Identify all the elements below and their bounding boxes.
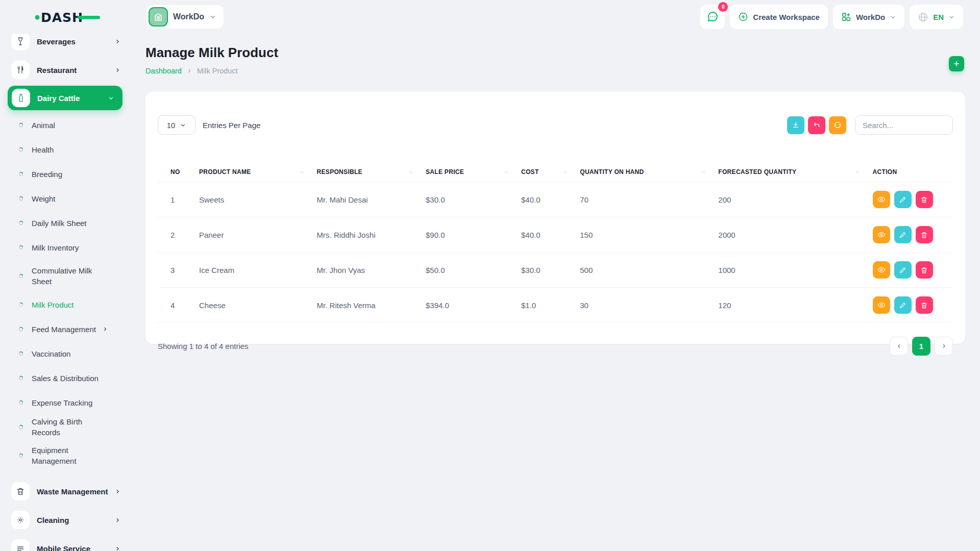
sort-icon[interactable]: ↑↓	[504, 169, 508, 174]
col-product-name[interactable]: PRODUCT NAME↑↓	[199, 163, 317, 182]
trash-icon	[920, 302, 928, 309]
sidebar-subitem-calving-birth-records[interactable]: Calving & Birth Records	[0, 415, 130, 439]
sidebar-subitem-milk-product[interactable]: Milk Product	[0, 292, 130, 317]
sidebar-subitem-commulative-milk-sheet[interactable]: Commulative Milk Sheet	[0, 260, 130, 292]
entries-per-page-label: Entries Per Page	[203, 121, 260, 130]
edit-button[interactable]	[894, 296, 912, 314]
bullet-icon	[18, 375, 23, 381]
sidebar: Beverages Restaurant Dairy Cattle A	[0, 34, 130, 551]
sidebar-item-restaurant[interactable]: Restaurant	[0, 56, 130, 84]
workdo-menu-button[interactable]: WorkDo	[833, 5, 904, 29]
app-logo: DASH	[35, 8, 101, 27]
sidebar-subitem-weight[interactable]: Weight	[0, 186, 130, 211]
dash-logo-icon: DASH	[35, 8, 101, 27]
trash-icon	[920, 196, 928, 204]
pagination-next-button[interactable]	[935, 337, 953, 356]
sidebar-item-waste-management[interactable]: Waste Management	[0, 477, 130, 506]
bullet-icon	[18, 424, 23, 430]
plus-circle-icon	[738, 12, 748, 22]
sort-icon[interactable]: ↑↓	[701, 169, 705, 174]
refresh-button[interactable]	[829, 116, 846, 134]
pagination: 1	[890, 337, 953, 356]
sidebar-item-cleaning[interactable]: Cleaning	[0, 506, 130, 534]
sort-icon[interactable]: ↑↓	[409, 169, 412, 174]
delete-button[interactable]	[916, 191, 933, 208]
sort-icon[interactable]: ↑↓	[563, 169, 567, 174]
sidebar-subitem-sales-distribution[interactable]: Sales & Distribution	[0, 366, 130, 390]
plus-icon	[952, 60, 961, 68]
sidebar-item-mobile-service[interactable]: Mobile Service	[0, 534, 130, 551]
chevron-down-icon	[209, 13, 216, 20]
table-footer: Showing 1 to 4 of 4 entries 1	[158, 337, 953, 356]
chevron-right-icon	[114, 67, 121, 73]
messages-button[interactable]: 0	[700, 5, 725, 29]
sidebar-subitem-vaccination[interactable]: Vaccination	[0, 341, 130, 366]
showing-entries-text: Showing 1 to 4 of 4 entries	[158, 342, 249, 350]
col-responsible[interactable]: RESPONSIBLE↑↓	[317, 163, 426, 182]
sidebar-subitem-breeding[interactable]: Breeding	[0, 162, 130, 186]
chevron-down-icon	[890, 14, 896, 20]
reset-button[interactable]	[808, 116, 825, 134]
col-cost[interactable]: COST↑↓	[521, 163, 580, 182]
view-button[interactable]	[873, 296, 890, 314]
trash-icon	[11, 482, 30, 500]
sidebar-subitem-daily-milk-sheet[interactable]: Daily Milk Sheet	[0, 211, 130, 235]
delete-button[interactable]	[916, 226, 933, 243]
create-workspace-button[interactable]: Create Workspace	[730, 5, 828, 29]
edit-button[interactable]	[894, 226, 912, 243]
sort-icon[interactable]: ↑↓	[300, 169, 304, 174]
edit-button[interactable]	[894, 261, 912, 279]
delete-button[interactable]	[916, 296, 933, 314]
bullet-icon	[18, 453, 23, 458]
sidebar-subitem-expense-tracking[interactable]: Expense Tracking	[0, 390, 130, 415]
view-button[interactable]	[873, 226, 890, 243]
fork-knife-icon	[11, 61, 30, 79]
bullet-icon	[18, 351, 23, 356]
language-selector[interactable]: EN	[910, 5, 963, 29]
bullet-icon	[18, 245, 23, 250]
chevron-right-icon	[941, 343, 947, 349]
col-forecasted-quantity[interactable]: FORECASTED QUANTITY↑↓	[718, 163, 872, 182]
bullet-icon	[18, 122, 23, 128]
sidebar-item-beverages[interactable]: Beverages	[0, 34, 130, 56]
col-no: NO	[158, 163, 199, 182]
entries-per-page-select[interactable]: 10	[158, 115, 195, 135]
sidebar-subitem-feed-management[interactable]: Feed Management	[0, 317, 130, 341]
col-quantity-on-hand[interactable]: QUANTITY ON HAND↑↓	[580, 163, 718, 182]
eye-icon	[877, 231, 886, 239]
sidebar-subitem-equipment-management[interactable]: Equipment Management	[0, 439, 130, 472]
milk-product-table-card: 10 Entries Per Page NO PRODUCT NAME↑↓ RE…	[145, 92, 965, 344]
edit-button[interactable]	[894, 191, 912, 208]
delete-button[interactable]	[916, 261, 933, 279]
view-button[interactable]	[873, 261, 890, 279]
breadcrumb-current: Milk Product	[197, 67, 238, 75]
chevron-right-icon	[186, 68, 192, 74]
sidebar-subitem-health[interactable]: Health	[0, 137, 130, 162]
eye-icon	[877, 301, 886, 309]
export-download-button[interactable]	[787, 116, 804, 134]
chevron-down-icon	[180, 122, 186, 129]
breadcrumb-dashboard-link[interactable]: Dashboard	[145, 67, 182, 75]
table-row: 1 Sweets Mr. Mahi Desai $30.0 $40.0 70 2…	[158, 182, 953, 217]
workspace-selector[interactable]: WorkDo	[146, 5, 224, 29]
table-row: 4 Cheese Mr. Ritesh Verma $394.0 $1.0 30…	[158, 288, 953, 323]
undo-arrow-icon	[813, 121, 821, 129]
pencil-icon	[899, 302, 906, 309]
pagination-page-1-button[interactable]: 1	[912, 337, 930, 356]
sidebar-subitem-animal[interactable]: Animal	[0, 113, 130, 137]
sort-icon[interactable]: ↑↓	[856, 169, 860, 174]
table-row: 3 Ice Cream Mr. Jhon Vyas $50.0 $30.0 50…	[158, 253, 953, 288]
svg-text:DASH: DASH	[41, 10, 83, 25]
bullet-icon	[18, 273, 23, 279]
table-header-row: NO PRODUCT NAME↑↓ RESPONSIBLE↑↓ SALE PRI…	[158, 163, 953, 182]
chat-bubble-icon	[706, 11, 719, 23]
sidebar-item-dairy-cattle[interactable]: Dairy Cattle	[8, 86, 122, 110]
search-input[interactable]	[855, 115, 953, 135]
col-sale-price[interactable]: SALE PRICE↑↓	[426, 163, 521, 182]
pencil-icon	[899, 266, 906, 274]
pagination-prev-button[interactable]	[890, 337, 908, 356]
sidebar-subitem-milk-inventory[interactable]: Milk Inventory	[0, 235, 130, 260]
chevron-down-icon	[948, 14, 955, 20]
view-button[interactable]	[873, 191, 890, 208]
add-product-button[interactable]	[949, 56, 964, 71]
